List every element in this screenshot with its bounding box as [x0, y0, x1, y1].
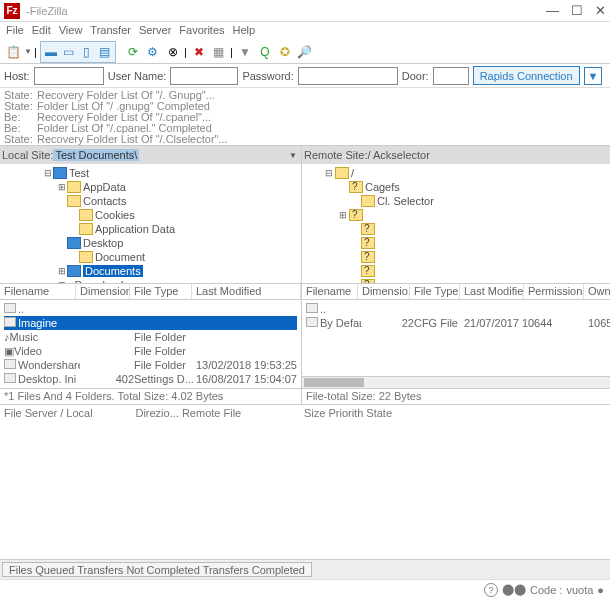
col-permissions[interactable]: Permissions	[524, 284, 584, 299]
col-modified[interactable]: Last Modified	[192, 284, 301, 299]
layout3-icon[interactable]: ▯	[78, 43, 96, 61]
titlebar: Fz -FileZilla — ☐ ✕	[0, 0, 610, 22]
tree-item[interactable]	[304, 236, 610, 250]
local-file-list[interactable]: ..Imagine♪MusicFile Folder▣VideoFile Fol…	[0, 300, 301, 388]
remote-path[interactable]: / Ackselector	[368, 149, 430, 161]
queue-area	[0, 422, 610, 559]
port-input[interactable]	[433, 67, 469, 85]
search-icon[interactable]: 🔎	[296, 43, 314, 61]
queue-col-size[interactable]: Size Priorith State	[304, 407, 392, 420]
filter-icon[interactable]: ▼	[236, 43, 254, 61]
expand-icon[interactable]: ●	[597, 584, 604, 596]
list-item[interactable]: ..	[306, 302, 610, 316]
refresh-icon[interactable]: ⟳	[124, 43, 142, 61]
queue-label: Code :	[530, 584, 562, 596]
list-item[interactable]: ..	[4, 302, 297, 316]
quickconnect-button[interactable]: Rapids Connection	[473, 66, 580, 85]
col-modified[interactable]: Last Modified	[460, 284, 524, 299]
tree-item[interactable]: ⊟/	[304, 166, 610, 180]
queue-col-direction[interactable]: Direzio... Remote File	[135, 407, 241, 419]
maximize-button[interactable]: ☐	[571, 3, 583, 18]
list-item[interactable]: Imagine	[4, 316, 297, 330]
menu-file[interactable]: File	[4, 24, 26, 38]
quickconnect-bar: Host: User Name: Password: Door: Rapids …	[0, 64, 610, 88]
remote-path-bar[interactable]: Remote Site: / Ackselector ▼	[302, 146, 610, 164]
layout2-icon[interactable]: ▭	[60, 43, 78, 61]
close-button[interactable]: ✕	[595, 3, 606, 18]
list-item[interactable]: Desktop. Ini402Settings D...16/08/2017 1…	[4, 372, 297, 386]
compare-icon[interactable]: Q	[256, 43, 274, 61]
menu-view[interactable]: View	[57, 24, 85, 38]
help-icon[interactable]: ?	[484, 583, 498, 597]
password-input[interactable]	[298, 67, 398, 85]
tree-item[interactable]: Application Data	[2, 222, 299, 236]
tree-item[interactable]	[304, 250, 610, 264]
remote-list-header[interactable]: Filename Dimensio... File Type Last Modi…	[302, 284, 610, 300]
col-type[interactable]: File Type	[410, 284, 460, 299]
cancel-icon[interactable]: ⊗	[164, 43, 182, 61]
tab-queued[interactable]: Files Queued Transfers Not Completed Tra…	[2, 562, 312, 577]
col-owner[interactable]: Own-	[584, 284, 610, 299]
col-size[interactable]: Dimensio...	[358, 284, 410, 299]
tree-item[interactable]: Document	[2, 250, 299, 264]
disconnect-icon[interactable]: ✖	[190, 43, 208, 61]
menu-favorites[interactable]: Favorites	[177, 24, 226, 38]
host-input[interactable]	[34, 67, 104, 85]
queue-tabs: Files Queued Transfers Not Completed Tra…	[0, 559, 610, 579]
layout4-icon[interactable]: ▤	[96, 43, 114, 61]
window-title: -FileZilla	[26, 5, 546, 17]
tree-item[interactable]: ⊟Test	[2, 166, 299, 180]
local-tree[interactable]: ⊟Test⊞AppDataContactsCookiesApplication …	[0, 164, 301, 284]
tree-item[interactable]: ⊞	[304, 208, 610, 222]
remote-tree[interactable]: ⊟/CagefsCl. Selector⊞	[302, 164, 610, 284]
list-item[interactable]: WondershareFile Folder13/02/2018 19:53:2…	[4, 358, 297, 372]
menubar: File Edit View Transfer Server Favorites…	[0, 22, 610, 40]
sync-icon[interactable]: ✪	[276, 43, 294, 61]
menu-edit[interactable]: Edit	[30, 24, 53, 38]
local-list-header[interactable]: Filename Dimension... File Type Last Mod…	[0, 284, 301, 300]
dropdown-icon[interactable]: ▼	[289, 151, 297, 160]
menu-help[interactable]: Help	[231, 24, 258, 38]
minimize-button[interactable]: —	[546, 3, 559, 18]
remote-path-label: Remote Site:	[304, 149, 368, 161]
layout1-icon[interactable]: ▬	[42, 43, 60, 61]
list-item[interactable]: ▣VideoFile Folder	[4, 344, 297, 358]
col-filename[interactable]: Filename	[0, 284, 76, 299]
col-filename[interactable]: Filename	[302, 284, 358, 299]
sitemanager-icon[interactable]: 📋	[4, 43, 22, 61]
local-status: *1 Files And 4 Folders. Total Size: 4.02…	[0, 388, 301, 404]
tree-item[interactable]: Contacts	[2, 194, 299, 208]
process-icon[interactable]: ⚙	[144, 43, 162, 61]
tree-item[interactable]: ⊞Documents	[2, 264, 299, 278]
tree-item[interactable]: Cookies	[2, 208, 299, 222]
local-path[interactable]: Test Documents\	[53, 149, 139, 161]
tree-item[interactable]	[304, 264, 610, 278]
tree-item[interactable]: Cl. Selector	[304, 194, 610, 208]
queue-col-server[interactable]: File Server / Local	[4, 407, 93, 419]
remote-hscroll[interactable]: ▶	[302, 376, 610, 388]
list-item[interactable]: By Default...22CFG File21/07/2017 16:...…	[306, 316, 610, 330]
transfer-queue-header: File Server / Local Direzio... Remote Fi…	[0, 404, 610, 422]
queue-indicator-icon: ⬤⬤	[502, 583, 526, 596]
user-input[interactable]	[170, 67, 238, 85]
reconnect-icon[interactable]: ▦	[210, 43, 228, 61]
statusbar: ? ⬤⬤ Code : vuota ●	[0, 579, 610, 599]
quickconnect-dropdown-icon[interactable]: ▼	[584, 67, 603, 85]
tree-item[interactable]: ⊞AppData	[2, 180, 299, 194]
menu-transfer[interactable]: Transfer	[88, 24, 133, 38]
remote-file-list[interactable]: ..By Default...22CFG File21/07/2017 16:.…	[302, 300, 610, 376]
toolbar: 📋▼ | ▬ ▭ ▯ ▤ ⟳ ⚙ ⊗ | ✖ ▦ | ▼ Q ✪ 🔎	[0, 40, 610, 64]
tree-item[interactable]: Desktop	[2, 236, 299, 250]
remote-status: File-total Size: 22 Bytes	[302, 388, 610, 404]
menu-server[interactable]: Server	[137, 24, 173, 38]
col-type[interactable]: File Type	[130, 284, 192, 299]
tree-item[interactable]: Cagefs	[304, 180, 610, 194]
queue-value: vuota	[566, 584, 593, 596]
local-pane: Local Site: Test Documents\ ▼ ⊟Test⊞AppD…	[0, 146, 302, 404]
local-path-bar[interactable]: Local Site: Test Documents\ ▼	[0, 146, 301, 164]
port-label: Door:	[402, 70, 429, 82]
tree-item[interactable]	[304, 222, 610, 236]
col-size[interactable]: Dimension...	[76, 284, 130, 299]
list-item[interactable]: ♪MusicFile Folder	[4, 330, 297, 344]
user-label: User Name:	[108, 70, 167, 82]
